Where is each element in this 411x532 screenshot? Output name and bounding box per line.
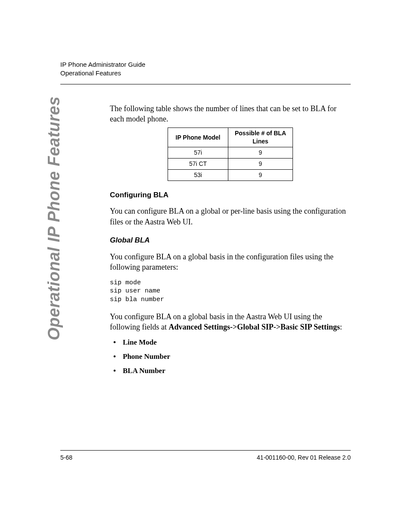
list-item: Line Mode: [112, 338, 351, 348]
code-block-parameters: sip mode sip user name sip bla number: [110, 279, 351, 304]
paragraph-global-1: You configure BLA on a global basis in t…: [110, 252, 351, 273]
breadcrumb-path: Advanced Settings->Global SIP->Basic SIP…: [168, 323, 340, 331]
doc-revision: 41-001160-00, Rev 01 Release 2.0: [257, 454, 351, 461]
page-number: 5-68: [60, 454, 72, 461]
content-area: The following table shows the number of …: [110, 103, 351, 376]
cell-model: 57i: [168, 147, 228, 158]
table-header-row: IP Phone Model Possible # of BLA Lines: [168, 128, 293, 147]
header-subtitle: Operational Features: [60, 69, 351, 78]
paragraph-global-2: You configure BLA on a global basis in t…: [110, 311, 351, 333]
cell-lines: 9: [228, 169, 293, 180]
cell-lines: 9: [228, 158, 293, 169]
cell-model: 53i: [168, 169, 228, 180]
list-item: Phone Number: [112, 352, 351, 362]
bla-lines-table: IP Phone Model Possible # of BLA Lines 5…: [168, 128, 293, 180]
intro-paragraph: The following table shows the number of …: [110, 103, 351, 124]
text-segment: :: [340, 323, 342, 331]
table-row: 57i 9: [168, 147, 293, 158]
header-title: IP Phone Administrator Guide: [60, 60, 351, 69]
side-chapter-title: Operational IP Phone Features: [45, 96, 63, 340]
table-header-model: IP Phone Model: [168, 128, 228, 147]
heading-configuring-bla: Configuring BLA: [110, 190, 351, 200]
field-list: Line Mode Phone Number BLA Number: [112, 338, 351, 376]
cell-model: 57i CT: [168, 158, 228, 169]
page: IP Phone Administrator Guide Operational…: [0, 0, 411, 532]
list-item: BLA Number: [112, 366, 351, 376]
heading-global-bla: Global BLA: [110, 236, 351, 246]
table-row: 57i CT 9: [168, 158, 293, 169]
cell-lines: 9: [228, 147, 293, 158]
paragraph-configuring: You can configure BLA on a global or per…: [110, 206, 351, 227]
table-row: 53i 9: [168, 169, 293, 180]
page-footer: 5-68 41-001160-00, Rev 01 Release 2.0: [60, 450, 351, 461]
table-header-lines: Possible # of BLA Lines: [228, 128, 293, 147]
page-header: IP Phone Administrator Guide Operational…: [60, 60, 351, 84]
